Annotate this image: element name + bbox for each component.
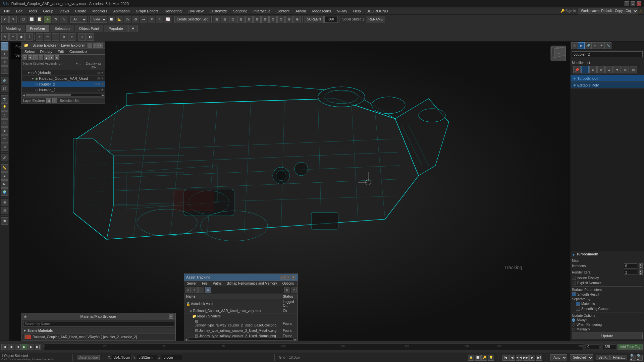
ts-update-button[interactable]: Update — [572, 333, 643, 339]
shift-btn[interactable]: ⇧ — [25, 33, 33, 41]
at-menu-paths[interactable]: Paths — [210, 281, 224, 286]
vp-light[interactable]: 💡 — [488, 355, 494, 361]
mod-icon-paste[interactable]: ⊞ — [630, 66, 637, 73]
at-add[interactable]: + — [192, 287, 198, 293]
set-k-button[interactable]: Set K. — [596, 355, 610, 360]
obj-type-utils[interactable]: 🔧 — [605, 42, 611, 49]
pb-play-fwd[interactable]: ▶▶ — [523, 355, 529, 361]
menu-megascans[interactable]: Megascans — [310, 8, 334, 14]
ts-renderiter-down[interactable]: ▼ — [639, 272, 643, 275]
frame-input[interactable] — [586, 344, 599, 349]
se-hscroll[interactable] — [26, 94, 101, 97]
pb-play-rev[interactable]: ◄◄ — [516, 355, 522, 361]
selected-select[interactable]: Selected — [570, 354, 593, 361]
vp-snap[interactable]: 🔲 — [475, 355, 481, 361]
angle-snap[interactable]: 📐 — [116, 16, 123, 23]
paint-deform-btn[interactable]: ✎ — [1, 33, 9, 41]
ts-renderiter-input[interactable] — [624, 270, 637, 275]
view-dropdown[interactable]: View — [90, 16, 107, 23]
layer-manager[interactable]: ≡ — [156, 16, 163, 23]
mod-icon-configure[interactable]: ⚙ — [589, 66, 597, 73]
play-reverse[interactable]: ◄ — [15, 344, 21, 350]
menu-arnold[interactable]: Arnold — [293, 8, 309, 14]
menu-create[interactable]: Create — [72, 8, 89, 14]
select-region-button[interactable]: ⬜ — [28, 16, 35, 23]
play-end[interactable]: ▶| — [35, 344, 41, 350]
at-row-normal[interactable]: 🖼 Janney_type_railway_coupler_2_Used_Nor… — [184, 334, 298, 338]
brush-str-btn[interactable]: ◐ — [87, 33, 94, 41]
rotate-button[interactable]: ↻ — [52, 16, 59, 23]
mod-icon-scene[interactable]: ⬡ — [581, 66, 589, 73]
se-row-coupler-2[interactable]: ⬡ coupler_2 ⊡ ☀ — [22, 81, 105, 87]
se-scroll-left[interactable]: ◀ — [22, 93, 26, 97]
menu-rendering[interactable]: Rendering — [162, 8, 184, 14]
scale-button[interactable]: ⤡ — [60, 16, 67, 23]
tool-space-warp[interactable]: 〰 — [1, 135, 8, 143]
ts-materials-checkbox[interactable] — [576, 302, 580, 306]
mod-item-editablepoly[interactable]: ◈ Editable Poly — [571, 82, 644, 88]
tool-extra3[interactable]: ⬢ — [1, 217, 8, 225]
auto-select[interactable]: Auto — [550, 354, 567, 361]
menu-animation[interactable]: Animation — [111, 8, 132, 14]
obj-type-motion[interactable]: ↻ — [591, 42, 598, 49]
se-clear[interactable]: ✕ — [22, 55, 27, 60]
tool-move[interactable]: ✛ — [1, 50, 8, 58]
tool-unlink[interactable]: ⛓ — [1, 85, 8, 92]
ts-iter-input[interactable] — [624, 263, 637, 268]
se-options[interactable]: ⚙ — [55, 55, 59, 60]
obj-type-display[interactable]: 👁 — [598, 42, 605, 49]
tb-btn-extra9[interactable]: ⊙ — [277, 16, 285, 23]
at-help[interactable]: ? — [291, 287, 297, 293]
se-close[interactable]: ✕ — [98, 43, 103, 48]
smear-btn[interactable]: ≈ — [36, 33, 43, 41]
minimize-button[interactable]: — — [625, 1, 629, 6]
at-col-status[interactable]: Status — [281, 294, 298, 299]
menu-3dground[interactable]: 3DGROUND — [364, 8, 391, 14]
at-hscroll-bar[interactable]: ◀ ▶ — [184, 338, 298, 341]
undo-button[interactable]: ↶ — [1, 16, 9, 23]
zoom-in[interactable]: 🔍+ — [630, 355, 636, 361]
add-time-tag-button[interactable]: Add Time Tag — [618, 344, 643, 350]
at-refresh[interactable]: ↺ — [185, 287, 191, 293]
reference-dropdown[interactable]: All — [70, 16, 87, 23]
flatten-btn[interactable]: ═ — [44, 33, 51, 41]
select-button[interactable]: ⬡ — [20, 16, 27, 23]
mod-icon-move-down[interactable]: ▼ — [613, 66, 621, 73]
tool-shape[interactable]: △ — [1, 111, 8, 119]
se-maximize[interactable]: □ — [93, 43, 98, 48]
pb-start[interactable]: |◀ — [502, 355, 508, 361]
ts-renderiter-up[interactable]: ▲ — [639, 269, 643, 272]
at-col-name[interactable]: Name — [184, 294, 281, 299]
se-del[interactable]: − — [39, 55, 43, 60]
at-menu-bitmap[interactable]: Bitmap Performance and Memory — [224, 281, 280, 286]
se-footer-btn1[interactable]: ⊞ — [46, 98, 51, 103]
at-row-metallic[interactable]: 🖼 Janney_type_railway_coupler_2_Used_Met… — [184, 328, 298, 334]
move-button[interactable]: ✛ — [44, 16, 51, 23]
curve-editor[interactable]: 📈 — [164, 16, 171, 23]
se-row-railroad-coupler[interactable]: ▼ ◉ Railroad_Coupler_AAR_Used ⊡ ☀ — [22, 76, 105, 81]
se-up[interactable]: ▲ — [44, 55, 49, 60]
tb-btn-extra11[interactable]: ⊛ — [293, 16, 301, 23]
filters-button[interactable]: Filters... — [610, 355, 627, 360]
tool-rotate[interactable]: ↻ — [1, 58, 8, 66]
menu-interactive[interactable]: Interactive — [251, 8, 273, 14]
at-minimize[interactable]: — — [280, 275, 285, 280]
tool-render[interactable]: ▶ — [1, 180, 8, 188]
at-scroll-right[interactable]: ▶ — [293, 338, 298, 341]
tool-scale[interactable]: ⤡ — [1, 66, 8, 74]
mirror-button[interactable]: ⇔ — [140, 16, 147, 23]
menu-graph-editors[interactable]: Graph Editors — [133, 8, 161, 14]
at-menu-server[interactable]: Server — [184, 281, 199, 286]
tab-selection[interactable]: Selection — [50, 25, 74, 32]
tool-extra2[interactable]: ⊡ — [1, 207, 8, 214]
tab-extra[interactable]: ▼ — [128, 25, 138, 32]
tool-geo[interactable]: □ — [1, 119, 8, 127]
se-row-default-layer[interactable]: ▼ ⊟ 0 (default) ⊡ ☀ — [22, 70, 105, 76]
y-input[interactable] — [137, 355, 157, 360]
menu-group[interactable]: Group — [40, 8, 56, 14]
tb-btn-extra5[interactable]: ⊗ — [245, 16, 253, 23]
tool-link[interactable]: 🔗 — [1, 77, 8, 84]
obj-type-modifier[interactable]: ▶ — [578, 42, 585, 49]
timeline-track[interactable]: 0 25 50 75 100 125 150 175 190 225 — [44, 344, 583, 350]
ts-iter-down[interactable]: ▼ — [639, 266, 643, 268]
